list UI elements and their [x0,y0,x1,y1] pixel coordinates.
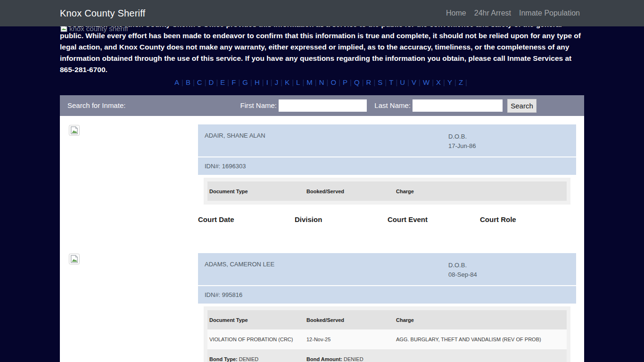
alphabet-link[interactable]: L [296,78,306,86]
bond-row: Bond Type: DENIED Bond Amount: DENIED [207,349,567,362]
idn-label: IDN#: [205,291,220,298]
navbar-links: Home24hr ArrestInmate Population [446,0,580,26]
idn-value: 995816 [222,291,242,298]
col-booked-served: Booked/Served [306,317,396,323]
first-name-input[interactable] [279,99,367,112]
alphabet-link[interactable]: G [242,78,255,86]
first-name-label: First Name: [238,101,277,109]
alphabet-link[interactable]: O [330,78,343,86]
alphabet-link[interactable]: Y [447,78,459,86]
charge-booked-served: 12-Nov-25 [306,337,396,342]
alphabet-link[interactable]: X [436,78,447,86]
col-booked-served: Booked/Served [306,189,396,194]
document-table-header: Document Type Booked/Served Charge [207,310,567,329]
nav-link[interactable]: Inmate Population [519,9,580,17]
bond-type-cell: Bond Type: DENIED [207,356,306,362]
col-court-role: Court Role [480,215,576,223]
nav-link[interactable]: Home [446,9,466,17]
document-table: Document Type Booked/Served Charge VIOLA… [204,306,570,362]
brand-title[interactable]: Knox County Sheriff [60,0,145,26]
document-table: Document Type Booked/Served Charge [204,178,570,205]
bond-type-label: Bond Type: [209,356,238,362]
charge-row: VIOLATION OF PROBATION (CRC) 12-Nov-25 A… [207,329,567,349]
col-document-type: Document Type [207,317,306,323]
nav-link[interactable]: 24hr Arrest [474,9,511,17]
charge-description: AGG. BURGLARY, THEFT AND VANDALISM (REV … [396,337,567,342]
page-container: knox county sheriff DISCLAIMER: The Knox… [60,0,584,362]
inmate-name-panel[interactable]: ADAMS, CAMERON LEE D.O.B. 08-Sep-84 [198,253,576,285]
col-charge: Charge [396,189,567,194]
alphabet-link[interactable]: T [389,78,400,86]
alphabet-link[interactable]: N [319,78,331,86]
idn-value: 1696303 [222,163,246,170]
alphabet-links: ABCDEFGHIJKLMNOPQRSTUVWXYZ [60,76,584,88]
col-division: Division [295,215,388,223]
court-table-header: Court Date Division Court Event Court Ro… [198,212,576,226]
idn-row: IDN#: 1696303 [198,157,576,175]
alphabet-link[interactable]: V [412,78,423,86]
alphabet-link[interactable]: H [255,78,266,86]
bond-amount-cell: Bond Amount: DENIED [306,356,396,362]
inmate-name: ADAMS, CAMERON LEE [205,261,274,268]
charge-document-type: VIOLATION OF PROBATION (CRC) [207,337,306,342]
dob-value: 17-Jun-86 [448,141,476,151]
inmate-name-panel[interactable]: ADAIR, SHANE ALAN D.O.B. 17-Jun-86 [198,124,576,156]
search-button[interactable]: Search [507,99,537,113]
search-title: Search for Inmate: [67,101,125,109]
alphabet-link[interactable]: W [423,78,436,86]
dob-block: D.O.B. 08-Sep-84 [448,261,477,280]
top-navbar: Knox County Sheriff Home24hr ArrestInmat… [0,0,644,26]
alphabet-link[interactable]: R [366,78,378,86]
inmate-results: ADAIR, SHANE ALAN D.O.B. 17-Jun-86 IDN#:… [60,116,584,362]
alphabet-link[interactable]: M [306,78,319,86]
document-table-header: Document Type Booked/Served Charge [207,181,567,201]
alphabet-link[interactable]: E [220,78,231,86]
alphabet-link[interactable]: U [400,78,412,86]
last-name-label: Last Name: [373,101,411,109]
broken-photo-icon [69,254,80,264]
col-court-date: Court Date [198,215,295,223]
alphabet-link[interactable]: C [197,78,209,86]
alphabet-link[interactable]: D [209,78,221,86]
bond-amount-label: Bond Amount: [306,356,342,362]
alphabet-link[interactable]: Q [354,78,366,86]
idn-label: IDN#: [205,163,220,170]
alphabet-link[interactable]: J [275,78,285,86]
disclaimer-text: DISCLAIMER: The Knox County Sheriff's Of… [60,19,582,75]
broken-photo-icon [69,125,80,136]
inmate-search-bar: Search for Inmate: First Name: Last Name… [60,95,584,116]
alphabet-link[interactable]: S [378,78,389,86]
last-name-input[interactable] [413,99,503,112]
alphabet-link[interactable]: I [266,78,275,86]
col-document-type: Document Type [207,189,306,194]
bond-amount-value: DENIED [344,356,363,362]
alphabet-link[interactable]: K [285,78,296,86]
col-court-event: Court Event [388,215,480,223]
inmate-name: ADAIR, SHANE ALAN [205,132,265,139]
dob-block: D.O.B. 17-Jun-86 [448,132,476,151]
dob-value: 08-Sep-84 [448,270,477,280]
alphabet-link[interactable]: P [343,78,354,86]
dob-label: D.O.B. [448,261,477,270]
bond-type-value: DENIED [239,356,259,362]
alphabet-link[interactable]: A [174,78,186,86]
alphabet-link[interactable]: B [186,78,197,86]
idn-row: IDN#: 995816 [198,286,576,304]
dob-label: D.O.B. [448,132,476,141]
alphabet-link[interactable]: F [231,78,242,86]
alphabet-link[interactable]: Z [459,78,470,86]
col-charge: Charge [396,317,567,323]
